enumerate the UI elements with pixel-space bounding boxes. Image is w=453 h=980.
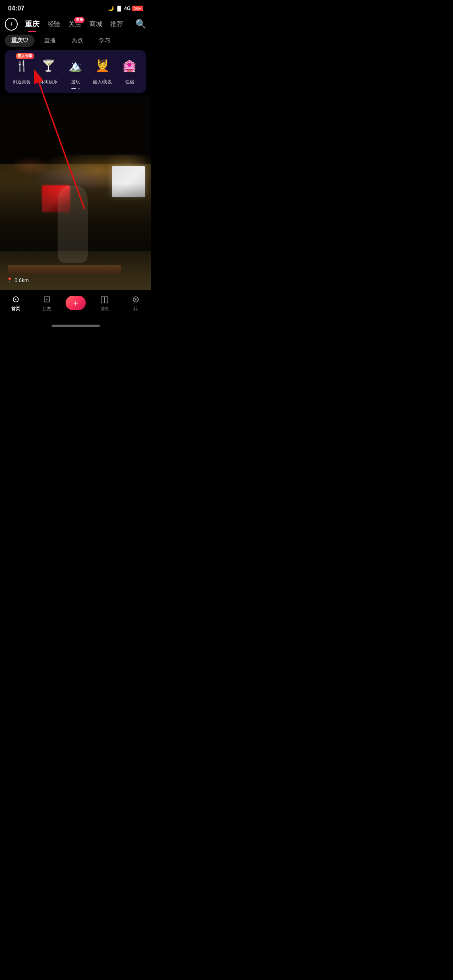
sub-tab-live[interactable]: 直播 [38,35,62,47]
food-icon: 🍴 新人专享 [11,55,33,76]
beauty-label: 丽人/美发 [93,79,112,85]
dot-1 [71,88,76,89]
status-icons: 🌙 ▐▌ 4G 16+ [108,6,143,11]
new-badge-food: 新人专享 [16,53,34,59]
live-badge: 直播 [74,17,85,23]
search-button[interactable]: 🔍 [135,19,146,29]
travel-label: 游玩 [71,79,80,85]
photo-scene: 📍 0.6km [0,97,151,290]
signal-bars: ▐▌ [116,6,122,11]
category-hotel[interactable]: 🏩 住宿 [119,55,141,85]
category-beauty[interactable]: 💆 丽人/美发 [92,55,114,85]
friends-icon: ⊡ [43,294,50,305]
dot-2 [78,88,80,89]
bench [8,265,121,274]
entertainment-label: 休闲娱乐 [40,79,58,85]
food-label: 附近美食 [13,79,31,85]
add-button[interactable]: + [5,18,18,31]
nav-message[interactable]: ◫ 消息 [93,294,117,312]
home-icon: ⊙ [12,294,19,305]
friends-label: 朋友 [42,306,51,312]
nav-tab-recommend[interactable]: 推荐 [106,19,127,30]
message-label: 消息 [100,306,109,312]
nav-tab-chongqing[interactable]: 重庆 [21,18,43,31]
message-icon: ◫ [100,294,109,305]
nav-tab-experience[interactable]: 经验 [43,19,64,30]
me-label: 我 [133,306,138,312]
moon-icon: 🌙 [108,6,114,11]
nav-home[interactable]: ⊙ 首页 [4,294,28,312]
me-icon: ⊛ [132,294,139,305]
nav-tab-shop[interactable]: 商城 [85,19,106,30]
category-panel: 🍴 新人专享 附近美食 🍸 休闲娱乐 🏔️ 游玩 [5,50,146,93]
nav-friends[interactable]: ⊡ 朋友 [35,294,59,312]
home-indicator-bar [52,325,100,327]
add-post-icon: ＋ [71,297,80,309]
photo-area[interactable]: 📍 0.6km [0,97,151,290]
sub-tab-chongqing[interactable]: 重庆♡ [5,35,35,47]
distance-badge: 📍 0.6km [6,277,29,283]
network-type: 4G [124,6,130,11]
main-content: 📍 0.6km [0,97,151,290]
category-food[interactable]: 🍴 新人专享 附近美食 [11,55,33,85]
entertainment-icon: 🍸 [38,55,60,76]
person-silhouette [58,185,88,263]
nav-add-post[interactable]: ＋ [66,296,86,310]
bottom-nav: ⊙ 首页 ⊡ 朋友 ＋ ◫ 消息 ⊛ 我 [0,290,151,323]
pagination-dots [5,88,146,91]
status-time: 04:07 [8,5,25,12]
home-label: 首页 [11,306,20,312]
hotel-icon: 🏩 [119,55,141,76]
category-travel[interactable]: 🏔️ 游玩 [65,55,87,85]
battery-badge: 16+ [132,6,143,11]
status-bar: 04:07 🌙 ▐▌ 4G 16+ [0,0,151,15]
sub-tab-hot[interactable]: 热点 [65,35,89,47]
sub-tab-study[interactable]: 学习 [93,35,117,47]
distance-text: 0.6km [14,277,29,283]
category-entertainment[interactable]: 🍸 休闲娱乐 [38,55,60,85]
hotel-label: 住宿 [125,79,134,85]
beauty-icon: 💆 [92,55,114,76]
sub-tabs: 重庆♡ 直播 热点 学习 [0,31,151,50]
top-nav: + 重庆 经验 关注 直播 商城 推荐 🔍 [0,15,151,31]
search-icon: 🔍 [135,19,146,29]
location-icon: 📍 [6,277,13,283]
home-indicator [0,323,151,329]
travel-icon: 🏔️ [65,55,87,76]
nav-me[interactable]: ⊛ 我 [124,294,148,312]
nav-tabs-container: + 重庆 经验 关注 直播 商城 推荐 🔍 [0,18,151,31]
nav-tab-follow[interactable]: 关注 直播 [64,19,85,30]
category-grid: 🍴 新人专享 附近美食 🍸 休闲娱乐 🏔️ 游玩 [5,55,146,85]
plus-icon: + [9,20,14,29]
